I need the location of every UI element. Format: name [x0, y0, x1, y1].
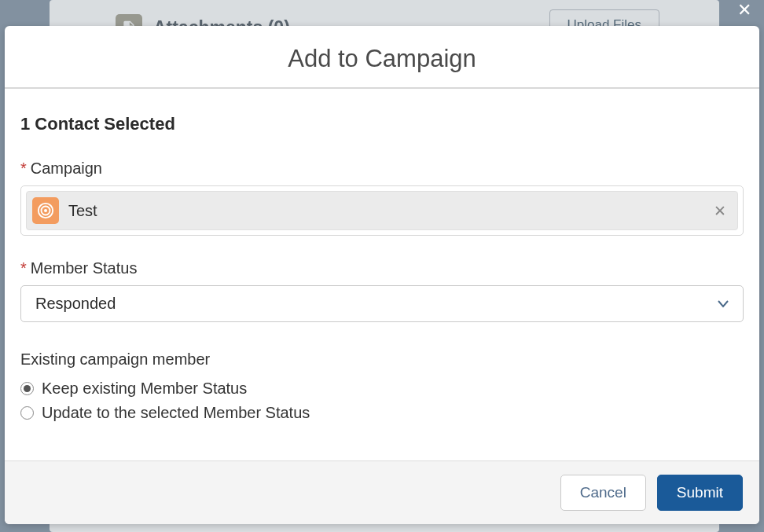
- campaign-label: *Campaign: [20, 160, 744, 178]
- modal-header: Add to Campaign: [5, 26, 759, 89]
- remove-campaign-icon[interactable]: ✕: [712, 203, 728, 218]
- modal-footer: Cancel Submit: [5, 460, 759, 524]
- member-status-label: *Member Status: [20, 259, 744, 277]
- campaign-icon: [32, 197, 59, 224]
- campaign-form-group: *Campaign Test ✕: [20, 160, 744, 236]
- existing-heading: Existing campaign member: [20, 350, 744, 369]
- close-icon[interactable]: ✕: [736, 2, 753, 19]
- selection-count: 1 Contact Selected: [20, 114, 744, 134]
- campaign-selected-value: Test: [68, 202, 703, 220]
- radio-keep-existing[interactable]: Keep existing Member Status: [20, 380, 744, 398]
- required-mark: *: [20, 259, 27, 277]
- modal-body: 1 Contact Selected *Campaign Test ✕: [5, 89, 759, 460]
- member-status-select[interactable]: Responded: [20, 285, 744, 322]
- member-status-value: Responded: [35, 295, 116, 313]
- modal-title: Add to Campaign: [20, 45, 744, 73]
- cancel-button[interactable]: Cancel: [560, 475, 646, 511]
- member-status-form-group: *Member Status Responded: [20, 259, 744, 322]
- radio-icon: [20, 406, 34, 420]
- member-status-label-text: Member Status: [31, 259, 138, 277]
- add-to-campaign-modal: Add to Campaign 1 Contact Selected *Camp…: [5, 26, 759, 524]
- submit-button[interactable]: Submit: [657, 475, 743, 511]
- existing-member-section: Existing campaign member Keep existing M…: [20, 350, 744, 422]
- radio-update-status[interactable]: Update to the selected Member Status: [20, 404, 744, 422]
- svg-point-2: [44, 209, 47, 212]
- campaign-lookup[interactable]: Test ✕: [20, 185, 744, 236]
- radio-label: Keep existing Member Status: [42, 380, 247, 398]
- radio-icon: [20, 382, 34, 395]
- chevron-down-icon: [718, 297, 729, 311]
- required-mark: *: [20, 160, 27, 177]
- campaign-label-text: Campaign: [31, 160, 102, 177]
- campaign-pill: Test ✕: [26, 191, 738, 230]
- radio-label: Update to the selected Member Status: [42, 404, 310, 422]
- backdrop: Attachments (0) Upload Files ✕ Add to Ca…: [0, 0, 764, 532]
